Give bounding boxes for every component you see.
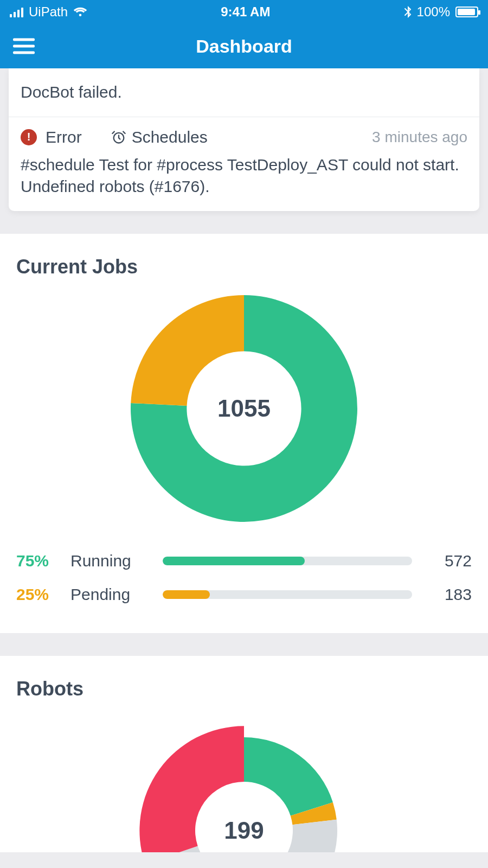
current-jobs-donut: 1055 bbox=[16, 289, 472, 528]
legend-label: Pending bbox=[70, 585, 152, 604]
battery-percent: 100% bbox=[417, 4, 450, 20]
legend-pct: 25% bbox=[16, 585, 60, 604]
current-jobs-card[interactable]: Current Jobs 1055 75% Running 572 25% Pe… bbox=[0, 234, 488, 633]
robots-card[interactable]: Robots 199 bbox=[0, 656, 488, 852]
status-time: 9:41 AM bbox=[221, 4, 270, 20]
page-title: Dashboard bbox=[196, 36, 292, 57]
cellular-signal-icon bbox=[10, 7, 23, 17]
battery-icon bbox=[455, 7, 478, 17]
current-jobs-total: 1055 bbox=[217, 395, 271, 422]
legend-row-pending: 25% Pending 183 bbox=[16, 578, 472, 611]
alert-message: #schedule Test for #process TestDeploy_A… bbox=[21, 154, 467, 198]
legend-label: Running bbox=[70, 552, 152, 570]
wifi-icon bbox=[73, 7, 87, 17]
legend-count: 572 bbox=[423, 552, 472, 570]
alert-severity: Error bbox=[46, 128, 82, 146]
legend-bar bbox=[163, 557, 412, 565]
current-jobs-legend: 75% Running 572 25% Pending 183 bbox=[16, 544, 472, 611]
legend-pct: 75% bbox=[16, 552, 60, 570]
legend-count: 183 bbox=[423, 585, 472, 604]
section-title-robots: Robots bbox=[16, 678, 472, 700]
status-left: UiPath bbox=[10, 4, 87, 20]
legend-row-running: 75% Running 572 bbox=[16, 544, 472, 578]
robots-donut: 199 bbox=[16, 711, 472, 852]
alert-message: DocBot failed. bbox=[21, 81, 467, 104]
alert-item[interactable]: ! Error Schedules 3 minutes ago #schedul… bbox=[9, 117, 479, 211]
robots-total: 199 bbox=[224, 817, 264, 844]
bluetooth-icon bbox=[404, 6, 412, 18]
alert-category-label: Schedules bbox=[132, 128, 208, 146]
clock-icon bbox=[111, 130, 126, 145]
carrier-label: UiPath bbox=[29, 4, 68, 20]
error-icon: ! bbox=[21, 129, 37, 145]
alert-time: 3 minutes ago bbox=[372, 129, 467, 146]
app-header: Dashboard bbox=[0, 24, 488, 68]
menu-button[interactable] bbox=[13, 39, 35, 54]
section-title-current-jobs: Current Jobs bbox=[16, 256, 472, 278]
alert-category: Schedules bbox=[111, 128, 208, 146]
alerts-card[interactable]: DocBot failed. ! Error Schedules 3 minut… bbox=[9, 68, 479, 211]
alert-item[interactable]: DocBot failed. bbox=[9, 68, 479, 117]
status-right: 100% bbox=[404, 4, 478, 20]
legend-bar bbox=[163, 590, 412, 599]
status-bar: UiPath 9:41 AM 100% bbox=[0, 0, 488, 24]
alert-header: ! Error Schedules 3 minutes ago bbox=[21, 128, 467, 146]
